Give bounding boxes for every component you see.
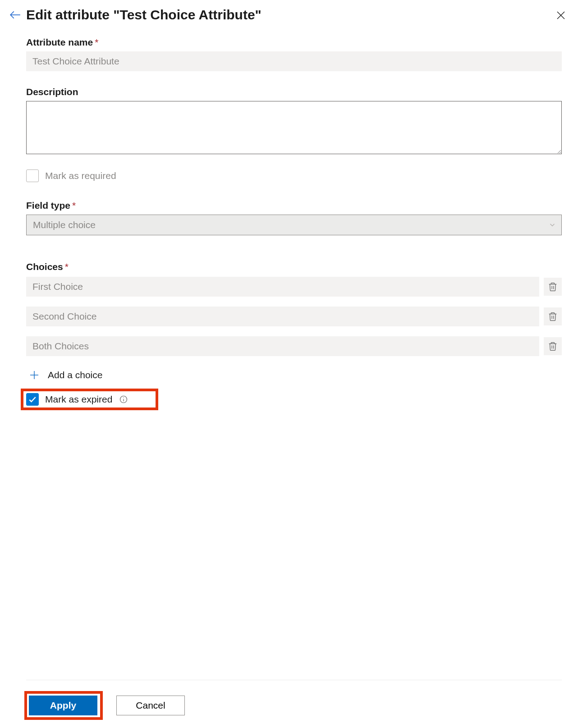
mark-required-label: Mark as required (45, 170, 116, 181)
trash-icon (548, 311, 558, 321)
page-title: Edit attribute "Test Choice Attribute" (26, 7, 261, 23)
description-textarea[interactable] (26, 101, 562, 154)
panel-header: Edit attribute "Test Choice Attribute" (9, 5, 569, 23)
apply-button[interactable]: Apply (29, 696, 97, 715)
trash-icon (548, 341, 558, 351)
choice-input (26, 277, 539, 297)
choice-row (26, 336, 562, 356)
chevron-down-icon (548, 220, 557, 229)
choices-label: Choices* (26, 261, 562, 272)
back-arrow-icon[interactable] (9, 9, 22, 21)
add-choice-button[interactable]: Add a choice (26, 370, 102, 380)
choice-input (26, 336, 539, 356)
footer: Apply Cancel (26, 680, 562, 728)
field-type-value: Multiple choice (33, 220, 548, 230)
mark-required-checkbox[interactable] (26, 169, 39, 182)
trash-icon (548, 282, 558, 292)
attribute-name-label: Attribute name* (26, 37, 562, 48)
delete-choice-button[interactable] (544, 307, 562, 325)
field-type-select[interactable]: Multiple choice (26, 215, 562, 235)
attribute-name-input (26, 51, 562, 71)
delete-choice-button[interactable] (544, 278, 562, 296)
field-type-label: Field type* (26, 200, 562, 211)
info-icon[interactable] (119, 394, 128, 404)
delete-choice-button[interactable] (544, 337, 562, 355)
description-label: Description (26, 87, 562, 97)
mark-expired-label: Mark as expired (45, 394, 112, 405)
plus-icon (29, 370, 40, 380)
add-choice-label: Add a choice (48, 370, 102, 380)
choice-input (26, 307, 539, 326)
close-button[interactable] (553, 7, 569, 23)
choice-row (26, 277, 562, 297)
cancel-button[interactable]: Cancel (116, 696, 185, 715)
choice-row (26, 307, 562, 326)
svg-point-12 (124, 398, 124, 398)
mark-expired-checkbox[interactable] (26, 393, 39, 406)
